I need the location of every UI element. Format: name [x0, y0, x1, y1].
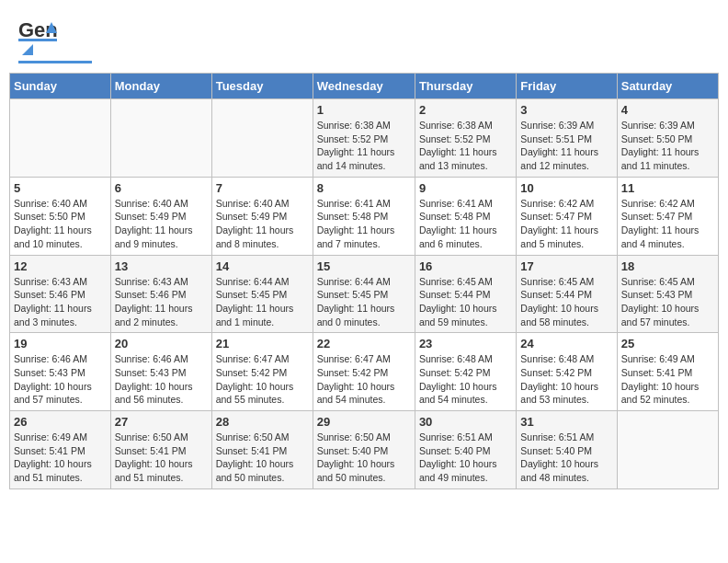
calendar-cell: 13Sunrise: 6:43 AMSunset: 5:46 PMDayligh… [110, 255, 211, 333]
calendar-cell: 30Sunrise: 6:51 AMSunset: 5:40 PMDayligh… [415, 411, 516, 489]
calendar-cell: 11Sunrise: 6:42 AMSunset: 5:47 PMDayligh… [617, 177, 718, 255]
weekday-header-monday: Monday [110, 74, 211, 99]
calendar-cell: 21Sunrise: 6:47 AMSunset: 5:42 PMDayligh… [211, 333, 313, 411]
day-info: Sunrise: 6:42 AMSunset: 5:47 PMDaylight:… [520, 197, 612, 251]
calendar-table: SundayMondayTuesdayWednesdayThursdayFrid… [9, 73, 719, 489]
day-number: 25 [621, 337, 714, 350]
calendar-cell [110, 99, 211, 178]
day-info: Sunrise: 6:51 AMSunset: 5:40 PMDaylight:… [520, 431, 612, 485]
day-number: 1 [317, 103, 411, 117]
calendar-week-row: 12Sunrise: 6:43 AMSunset: 5:46 PMDayligh… [10, 255, 719, 333]
calendar-cell: 1Sunrise: 6:38 AMSunset: 5:52 PMDaylight… [313, 99, 415, 178]
day-info: Sunrise: 6:51 AMSunset: 5:40 PMDaylight:… [419, 431, 512, 485]
calendar-cell [617, 411, 718, 489]
day-number: 7 [216, 181, 309, 195]
page-header: General [9, 9, 719, 69]
calendar-cell: 6Sunrise: 6:40 AMSunset: 5:49 PMDaylight… [110, 177, 211, 255]
day-info: Sunrise: 6:46 AMSunset: 5:43 PMDaylight:… [115, 352, 208, 407]
calendar-cell: 23Sunrise: 6:48 AMSunset: 5:42 PMDayligh… [415, 333, 516, 411]
day-info: Sunrise: 6:39 AMSunset: 5:51 PMDaylight:… [520, 119, 612, 173]
weekday-header-saturday: Saturday [617, 74, 718, 99]
day-info: Sunrise: 6:47 AMSunset: 5:42 PMDaylight:… [216, 352, 309, 407]
weekday-header-friday: Friday [517, 74, 617, 99]
day-number: 27 [115, 415, 208, 429]
day-number: 26 [14, 415, 107, 429]
calendar-cell: 29Sunrise: 6:50 AMSunset: 5:40 PMDayligh… [313, 411, 415, 489]
calendar-cell: 19Sunrise: 6:46 AMSunset: 5:43 PMDayligh… [10, 333, 111, 411]
logo-underline [18, 61, 92, 63]
day-info: Sunrise: 6:50 AMSunset: 5:40 PMDaylight:… [317, 431, 411, 485]
day-number: 11 [621, 181, 714, 195]
day-number: 12 [14, 259, 107, 273]
day-info: Sunrise: 6:38 AMSunset: 5:52 PMDaylight:… [419, 119, 512, 173]
day-info: Sunrise: 6:43 AMSunset: 5:46 PMDaylight:… [115, 275, 208, 329]
day-info: Sunrise: 6:50 AMSunset: 5:41 PMDaylight:… [115, 431, 208, 485]
day-number: 19 [14, 337, 107, 350]
day-info: Sunrise: 6:40 AMSunset: 5:49 PMDaylight:… [216, 197, 309, 251]
day-number: 21 [216, 337, 309, 350]
calendar-cell: 27Sunrise: 6:50 AMSunset: 5:41 PMDayligh… [110, 411, 211, 489]
day-info: Sunrise: 6:50 AMSunset: 5:41 PMDaylight:… [216, 431, 309, 485]
day-number: 10 [520, 181, 612, 195]
day-number: 4 [621, 103, 714, 117]
calendar-cell [10, 99, 111, 178]
logo-triangle-icon [20, 42, 35, 57]
logo: General [18, 17, 92, 63]
weekday-header-sunday: Sunday [10, 74, 111, 99]
day-number: 17 [520, 259, 612, 273]
calendar-cell: 10Sunrise: 6:42 AMSunset: 5:47 PMDayligh… [517, 177, 617, 255]
day-info: Sunrise: 6:49 AMSunset: 5:41 PMDaylight:… [621, 352, 714, 407]
calendar-cell: 8Sunrise: 6:41 AMSunset: 5:48 PMDaylight… [313, 177, 415, 255]
calendar-cell: 25Sunrise: 6:49 AMSunset: 5:41 PMDayligh… [617, 333, 718, 411]
day-info: Sunrise: 6:47 AMSunset: 5:42 PMDaylight:… [317, 352, 411, 407]
weekday-header-row: SundayMondayTuesdayWednesdayThursdayFrid… [10, 74, 719, 99]
day-info: Sunrise: 6:48 AMSunset: 5:42 PMDaylight:… [520, 352, 612, 407]
day-number: 31 [520, 415, 612, 429]
calendar-week-row: 26Sunrise: 6:49 AMSunset: 5:41 PMDayligh… [10, 411, 719, 489]
calendar-cell: 17Sunrise: 6:45 AMSunset: 5:44 PMDayligh… [517, 255, 617, 333]
calendar-cell [211, 99, 313, 178]
calendar-cell: 5Sunrise: 6:40 AMSunset: 5:50 PMDaylight… [10, 177, 111, 255]
day-number: 2 [419, 103, 512, 117]
calendar-cell: 31Sunrise: 6:51 AMSunset: 5:40 PMDayligh… [517, 411, 617, 489]
calendar-week-row: 19Sunrise: 6:46 AMSunset: 5:43 PMDayligh… [10, 333, 719, 411]
day-info: Sunrise: 6:44 AMSunset: 5:45 PMDaylight:… [317, 275, 411, 329]
day-number: 13 [115, 259, 208, 273]
day-number: 29 [317, 415, 411, 429]
calendar-cell: 12Sunrise: 6:43 AMSunset: 5:46 PMDayligh… [10, 255, 111, 333]
calendar-cell: 28Sunrise: 6:50 AMSunset: 5:41 PMDayligh… [211, 411, 313, 489]
day-info: Sunrise: 6:45 AMSunset: 5:43 PMDaylight:… [621, 275, 714, 329]
day-info: Sunrise: 6:45 AMSunset: 5:44 PMDaylight:… [520, 275, 612, 329]
calendar-cell: 22Sunrise: 6:47 AMSunset: 5:42 PMDayligh… [313, 333, 415, 411]
svg-marker-3 [22, 44, 33, 55]
day-number: 18 [621, 259, 714, 273]
day-number: 6 [115, 181, 208, 195]
day-info: Sunrise: 6:40 AMSunset: 5:49 PMDaylight:… [115, 197, 208, 251]
day-number: 16 [419, 259, 512, 273]
calendar-cell: 15Sunrise: 6:44 AMSunset: 5:45 PMDayligh… [313, 255, 415, 333]
day-info: Sunrise: 6:38 AMSunset: 5:52 PMDaylight:… [317, 119, 411, 173]
calendar-cell: 2Sunrise: 6:38 AMSunset: 5:52 PMDaylight… [415, 99, 516, 178]
day-info: Sunrise: 6:43 AMSunset: 5:46 PMDaylight:… [14, 275, 107, 329]
day-info: Sunrise: 6:46 AMSunset: 5:43 PMDaylight:… [14, 352, 107, 407]
svg-rect-2 [18, 39, 57, 41]
calendar-cell: 7Sunrise: 6:40 AMSunset: 5:49 PMDaylight… [211, 177, 313, 255]
calendar-cell: 4Sunrise: 6:39 AMSunset: 5:50 PMDaylight… [617, 99, 718, 178]
day-number: 23 [419, 337, 512, 350]
day-info: Sunrise: 6:44 AMSunset: 5:45 PMDaylight:… [216, 275, 309, 329]
calendar-cell: 18Sunrise: 6:45 AMSunset: 5:43 PMDayligh… [617, 255, 718, 333]
day-info: Sunrise: 6:45 AMSunset: 5:44 PMDaylight:… [419, 275, 512, 329]
day-number: 14 [216, 259, 309, 273]
calendar-cell: 14Sunrise: 6:44 AMSunset: 5:45 PMDayligh… [211, 255, 313, 333]
weekday-header-wednesday: Wednesday [313, 74, 415, 99]
day-number: 5 [14, 181, 107, 195]
day-number: 28 [216, 415, 309, 429]
day-info: Sunrise: 6:41 AMSunset: 5:48 PMDaylight:… [419, 197, 512, 251]
day-info: Sunrise: 6:49 AMSunset: 5:41 PMDaylight:… [14, 431, 107, 485]
day-number: 3 [520, 103, 612, 117]
calendar-cell: 9Sunrise: 6:41 AMSunset: 5:48 PMDaylight… [415, 177, 516, 255]
calendar-cell: 24Sunrise: 6:48 AMSunset: 5:42 PMDayligh… [517, 333, 617, 411]
calendar-cell: 16Sunrise: 6:45 AMSunset: 5:44 PMDayligh… [415, 255, 516, 333]
day-info: Sunrise: 6:41 AMSunset: 5:48 PMDaylight:… [317, 197, 411, 251]
day-info: Sunrise: 6:40 AMSunset: 5:50 PMDaylight:… [14, 197, 107, 251]
